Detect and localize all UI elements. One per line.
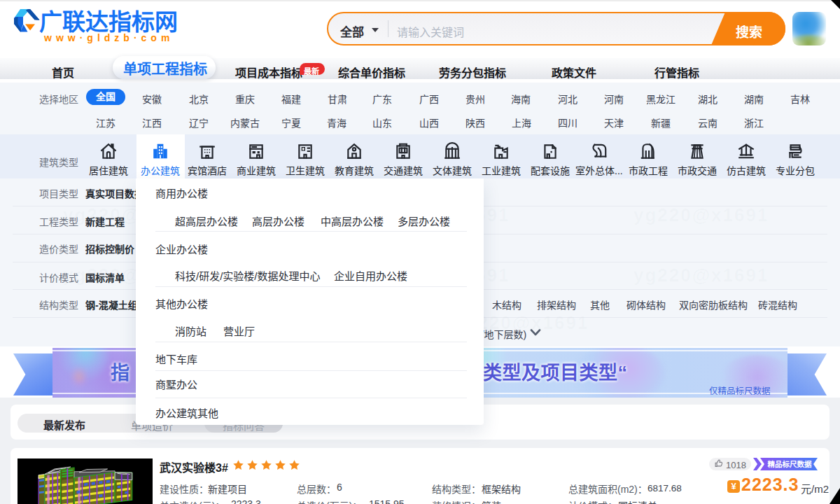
svg-text:精品标尺数据: 精品标尺数据: [768, 460, 812, 468]
